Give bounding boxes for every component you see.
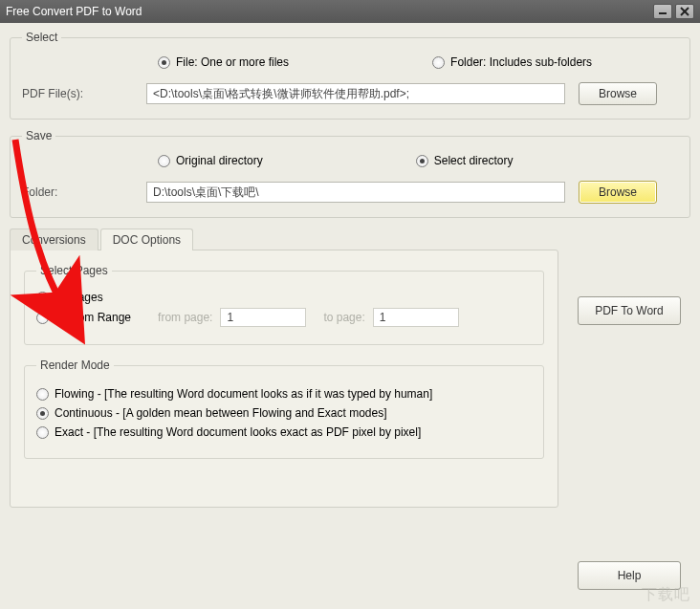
save-legend: Save: [22, 129, 55, 142]
folder-radio[interactable]: Folder: Includes sub-folders: [432, 55, 592, 69]
select-dir-label: Select directory: [434, 154, 514, 167]
radio-dot-icon: [36, 426, 49, 439]
tab-conversions[interactable]: Conversions: [10, 228, 98, 250]
folder-input[interactable]: [146, 182, 565, 203]
tab-doc-options[interactable]: DOC Options: [100, 228, 193, 250]
from-page-label: from page:: [158, 311, 212, 324]
select-pages-group: Select Pages All Pages Custom Range from…: [24, 264, 544, 345]
exact-radio[interactable]: Exact - [The resulting Word document loo…: [36, 425, 532, 439]
all-pages-radio[interactable]: All Pages: [36, 291, 532, 304]
render-mode-legend: Render Mode: [36, 359, 114, 372]
radio-dot-icon: [36, 388, 49, 401]
file-radio[interactable]: File: One or more files: [158, 55, 289, 69]
to-page-input[interactable]: [373, 308, 459, 327]
radio-dot-icon: [36, 292, 49, 304]
folder-radio-label: Folder: Includes sub-folders: [450, 55, 592, 69]
radio-dot-icon: [432, 56, 445, 69]
select-legend: Select: [22, 31, 61, 44]
folder-label: Folder:: [22, 185, 146, 199]
window-title: Free Convert PDF to Word: [6, 5, 650, 18]
save-group: Save Original directory Select directory…: [10, 129, 690, 218]
close-button[interactable]: [675, 4, 694, 19]
custom-range-radio[interactable]: Custom Range: [36, 311, 131, 324]
exact-label: Exact - [The resulting Word document loo…: [55, 425, 421, 439]
client-area: Select File: One or more files Folder: I…: [0, 23, 700, 609]
from-page-input[interactable]: [220, 308, 306, 327]
right-actions: PDF To Word: [578, 296, 681, 325]
file-radio-label: File: One or more files: [176, 55, 289, 69]
radio-dot-icon: [36, 407, 49, 420]
title-bar: Free Convert PDF to Word: [0, 0, 700, 23]
all-pages-label: All Pages: [55, 291, 103, 304]
pdf-files-label: PDF File(s):: [22, 87, 146, 100]
continuous-radio[interactable]: Continuous - [A golden mean between Flow…: [36, 406, 532, 420]
custom-range-label: Custom Range: [55, 311, 131, 324]
flowing-radio[interactable]: Flowing - [The resulting Word document l…: [36, 387, 532, 401]
radio-dot-icon: [158, 56, 170, 69]
radio-dot-icon: [36, 312, 49, 324]
render-mode-group: Render Mode Flowing - [The resulting Wor…: [24, 359, 544, 459]
radio-dot-icon: [416, 155, 428, 167]
watermark-text: 下载吧: [642, 585, 690, 605]
minimize-button[interactable]: [653, 4, 672, 19]
browse-folder-button[interactable]: Browse: [579, 181, 657, 204]
tabs-container: Conversions DOC Options Select Pages All…: [10, 228, 690, 508]
flowing-label: Flowing - [The resulting Word document l…: [55, 387, 432, 401]
pdf-files-input[interactable]: [146, 83, 565, 104]
radio-dot-icon: [158, 155, 170, 167]
continuous-label: Continuous - [A golden mean between Flow…: [55, 406, 387, 420]
pdf-to-word-button[interactable]: PDF To Word: [578, 296, 681, 325]
browse-files-button[interactable]: Browse: [579, 82, 657, 105]
select-pages-legend: Select Pages: [36, 264, 112, 277]
tab-body: Select Pages All Pages Custom Range from…: [10, 250, 558, 508]
original-dir-radio[interactable]: Original directory: [158, 154, 263, 167]
select-dir-radio[interactable]: Select directory: [416, 154, 514, 167]
original-dir-label: Original directory: [176, 154, 263, 167]
select-group: Select File: One or more files Folder: I…: [10, 31, 690, 120]
tab-strip: Conversions DOC Options: [10, 228, 690, 250]
to-page-label: to page:: [323, 311, 364, 324]
